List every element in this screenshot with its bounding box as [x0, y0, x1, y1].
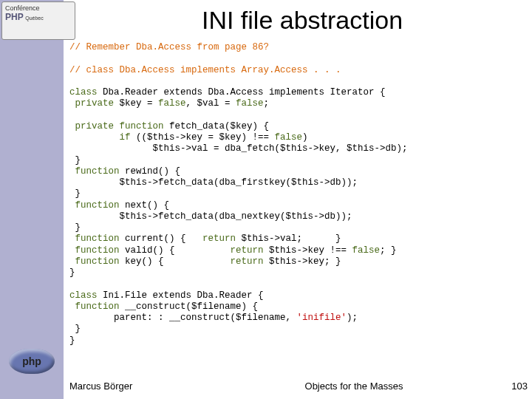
- code-text: }: [69, 267, 528, 279]
- code-keyword: class: [69, 87, 103, 98]
- footer-title: Objects for the Masses: [225, 381, 483, 392]
- code-text: rewind() {: [125, 166, 180, 177]
- code-text: $this->fetch_data(dba_firstkey($this->db…: [69, 177, 528, 188]
- code-comment: // Remember Dba.Access from page 86?: [69, 42, 269, 52]
- code-text: (($this->key = $key) !==: [136, 132, 275, 143]
- code-keyword: return: [231, 245, 270, 256]
- code-text: , $val =: [186, 98, 236, 109]
- code-text: }: [69, 222, 528, 233]
- code-keyword: function: [69, 245, 125, 256]
- code-text: }: [69, 155, 528, 166]
- code-keyword: private: [69, 98, 120, 109]
- code-keyword: function: [69, 200, 125, 211]
- code-text: parent: : __construct($filename,: [69, 313, 297, 323]
- footer-page: 103: [483, 381, 528, 392]
- code-text: }: [69, 335, 528, 347]
- code-text: __construct($filename) {: [125, 301, 258, 312]
- code-text: fetch_data($key) {: [169, 121, 269, 132]
- slide-footer: Marcus Börger Objects for the Masses 103: [69, 381, 528, 392]
- php-logo-text: php: [22, 355, 41, 367]
- code-keyword: return: [202, 233, 242, 244]
- code-keyword: private function: [69, 121, 169, 132]
- code-text: valid() {: [125, 245, 231, 256]
- code-keyword: false: [275, 132, 303, 143]
- code-text: current() {: [125, 233, 202, 244]
- code-keyword: function: [69, 166, 125, 177]
- code-comment: // class Dba.Access implements Array.Acc…: [69, 65, 341, 75]
- code-keyword: if: [69, 132, 136, 143]
- code-text: $this->val = dba_fetch($this->key, $this…: [69, 143, 528, 154]
- code-text: ): [302, 132, 308, 143]
- code-text: }: [69, 188, 528, 200]
- conference-logo-main: PHP: [5, 12, 24, 22]
- code-text: next() {: [125, 200, 169, 211]
- code-keyword: return: [231, 256, 270, 267]
- slide-title: INI file abstraction: [77, 6, 528, 35]
- code-text: $key =: [120, 98, 159, 109]
- code-keyword: false: [158, 98, 186, 109]
- code-text: ;: [264, 98, 270, 109]
- code-text: $this->val; }: [242, 233, 341, 244]
- code-keyword: function: [69, 301, 125, 312]
- code-text: $this->key; }: [269, 256, 341, 267]
- code-keyword: false: [352, 245, 381, 256]
- code-text: $this->fetch_data(dba_nextkey($this->db)…: [69, 211, 528, 222]
- code-text: Ini.File extends Dba.Reader {: [103, 290, 264, 301]
- code-text: $this->key !==: [269, 245, 352, 256]
- code-keyword: function: [69, 256, 125, 267]
- code-string: 'inifile': [297, 313, 347, 323]
- slide-content: INI file abstraction // Remember Dba.Acc…: [69, 0, 528, 347]
- code-keyword: function: [69, 233, 125, 244]
- code-block: // Remember Dba.Access from page 86? // …: [69, 42, 528, 347]
- conference-logo-top: Conférence: [5, 4, 40, 12]
- code-text: );: [347, 313, 358, 323]
- code-text: ; }: [380, 245, 397, 256]
- slide-sidebar: [0, 0, 64, 399]
- footer-author: Marcus Börger: [69, 381, 225, 392]
- code-text: Dba.Reader extends Dba.Access implements…: [103, 87, 386, 98]
- code-keyword: class: [69, 290, 103, 301]
- code-keyword: false: [236, 98, 264, 109]
- code-text: key() {: [125, 256, 231, 267]
- conference-logo-region: Québec: [25, 16, 44, 21]
- php-logo: php: [9, 349, 55, 374]
- conference-logo: Conférence PHP Québec: [1, 1, 75, 40]
- code-text: }: [69, 324, 528, 335]
